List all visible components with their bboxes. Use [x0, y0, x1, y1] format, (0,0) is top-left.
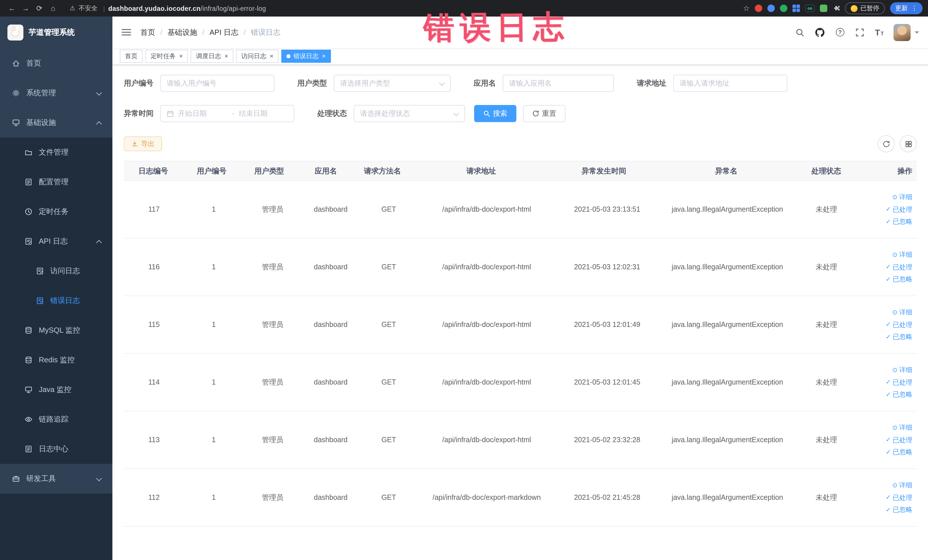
- forward-icon[interactable]: →: [20, 2, 32, 15]
- bookmark-star-icon[interactable]: ☆: [743, 4, 750, 12]
- sidebar-item-infrastructure[interactable]: 基础设施: [0, 108, 112, 137]
- warning-icon: ⚠: [70, 5, 75, 12]
- extension-icon-red[interactable]: [755, 5, 762, 12]
- sidebar-menu: 首页 系统管理 基础设施 文件管理: [0, 49, 112, 493]
- close-icon[interactable]: ×: [270, 53, 273, 60]
- calendar-icon: [166, 110, 174, 117]
- mark-ignored-link[interactable]: ✓已忽略: [886, 274, 912, 284]
- mark-ignored-link[interactable]: ✓已忽略: [886, 331, 912, 342]
- mark-processed-link[interactable]: ✓已处理: [886, 204, 912, 215]
- help-icon[interactable]: ?: [835, 27, 845, 37]
- detail-link[interactable]: ⊙详细: [892, 192, 912, 203]
- sidebar-item-access-log[interactable]: 访问日志: [0, 256, 112, 286]
- sidebar-item-api-logs[interactable]: API 日志: [0, 226, 112, 256]
- back-icon[interactable]: ←: [6, 2, 18, 15]
- url-bar[interactable]: dashboard.yudao.iocoder.cn/infra/log/api…: [108, 5, 266, 12]
- cell-log-id: 116: [124, 263, 184, 271]
- breadcrumb-infrastructure[interactable]: 基础设施: [168, 27, 197, 37]
- on-badge-label: on: [807, 6, 812, 10]
- sidebar-item-log-center[interactable]: 日志中心: [0, 434, 112, 464]
- mark-processed-link[interactable]: ✓已处理: [886, 492, 912, 503]
- user-type-select[interactable]: 请选择用户类型: [334, 75, 451, 92]
- sidebar-item-mysql-monitor[interactable]: MySQL 监控: [0, 316, 112, 345]
- breadcrumb-home[interactable]: 首页: [140, 27, 155, 37]
- sidebar-toggle-icon[interactable]: [112, 28, 140, 37]
- table-toolbar: 导出: [124, 135, 917, 153]
- extension-icon-green[interactable]: [780, 5, 788, 12]
- search-button[interactable]: 搜索: [474, 105, 516, 122]
- reload-icon[interactable]: ⟳: [33, 2, 46, 15]
- home-icon: [12, 60, 20, 67]
- mark-ignored-link[interactable]: ✓已忽略: [886, 216, 912, 227]
- tab-home[interactable]: 首页: [120, 50, 143, 63]
- request-url-input[interactable]: [679, 79, 781, 87]
- col-header-request-url: 请求地址: [411, 166, 551, 176]
- tab-scheduled-tasks[interactable]: 定时任务 ×: [145, 50, 188, 63]
- sidebar-item-java-monitor[interactable]: Java 监控: [0, 375, 112, 404]
- search-icon[interactable]: [795, 27, 805, 37]
- mark-ignored-link[interactable]: ✓已忽略: [886, 389, 912, 400]
- user-menu[interactable]: [893, 24, 919, 41]
- extension-icon-grid[interactable]: [792, 5, 800, 12]
- breadcrumb-current: 错误日志: [251, 27, 281, 37]
- detail-link[interactable]: ⊙详细: [892, 250, 912, 260]
- sidebar-item-scheduled-tasks[interactable]: 定时任务: [0, 197, 112, 226]
- detail-link[interactable]: ⊙详细: [892, 365, 912, 375]
- user-id-input[interactable]: [166, 79, 268, 87]
- divider: |: [103, 5, 105, 12]
- export-button[interactable]: 导出: [124, 136, 162, 151]
- extension-icon-leaf[interactable]: [820, 5, 827, 12]
- process-status-select[interactable]: 请选择处理状态: [354, 105, 465, 122]
- github-icon[interactable]: [815, 27, 825, 37]
- mark-processed-link[interactable]: ✓已处理: [886, 377, 912, 388]
- sidebar-item-label: 系统管理: [26, 88, 56, 98]
- sidebar-item-file-management[interactable]: 文件管理: [0, 137, 112, 167]
- cell-app-name: dashboard: [302, 436, 359, 444]
- tab-error-log[interactable]: 错误日志 ×: [282, 50, 331, 63]
- ignored-link-label: 已忽略: [893, 216, 912, 227]
- app-logo[interactable]: 芋道管理系统: [0, 17, 112, 49]
- paused-button[interactable]: 已暂停: [845, 2, 885, 14]
- app-name-input[interactable]: [509, 79, 607, 87]
- sidebar-item-dev-tools[interactable]: 研发工具: [0, 464, 112, 493]
- date-range-picker[interactable]: 开始日期 - 结束日期: [160, 105, 295, 122]
- close-icon[interactable]: ×: [179, 53, 183, 60]
- reset-button[interactable]: 重置: [523, 105, 565, 122]
- mark-ignored-link[interactable]: ✓已忽略: [886, 504, 912, 515]
- chevron-down-icon: [97, 479, 101, 483]
- extension-icon-blue[interactable]: [768, 5, 775, 12]
- extensions-puzzle-icon[interactable]: [832, 5, 840, 12]
- browser-menu-icon[interactable]: ⋮: [911, 5, 917, 12]
- mark-processed-link[interactable]: ✓已处理: [886, 319, 912, 330]
- sidebar-item-trace[interactable]: 链路追踪: [0, 404, 112, 434]
- detail-link[interactable]: ⊙详细: [892, 307, 912, 318]
- home-icon[interactable]: ⌂: [47, 2, 60, 15]
- process-status-label: 处理状态: [317, 108, 347, 119]
- site-security[interactable]: ⚠ 不安全 |: [70, 4, 107, 12]
- close-icon[interactable]: ×: [322, 53, 326, 60]
- detail-link[interactable]: ⊙详细: [892, 423, 912, 433]
- fullscreen-icon[interactable]: [855, 27, 865, 37]
- detail-link[interactable]: ⊙详细: [892, 480, 912, 491]
- mark-ignored-link[interactable]: ✓已忽略: [886, 447, 912, 457]
- extension-icon-on-badge[interactable]: on: [805, 5, 815, 12]
- close-icon[interactable]: ×: [224, 53, 228, 60]
- sidebar-item-config-management[interactable]: 配置管理: [0, 167, 112, 197]
- cell-exception-name: java.lang.IllegalArgumentException: [659, 263, 796, 271]
- sidebar-item-redis-monitor[interactable]: Redis 监控: [0, 345, 112, 375]
- sidebar-item-system[interactable]: 系统管理: [0, 78, 112, 108]
- breadcrumb-api-logs[interactable]: API 日志: [210, 27, 238, 37]
- avatar[interactable]: [893, 24, 911, 41]
- log-edit-icon: [36, 297, 44, 305]
- column-settings-button[interactable]: [900, 135, 917, 153]
- tab-schedule-log[interactable]: 调度日志 ×: [191, 50, 234, 63]
- tab-access-log[interactable]: 访问日志 ×: [236, 50, 279, 63]
- refresh-table-button[interactable]: [878, 135, 894, 153]
- sidebar-item-home[interactable]: 首页: [0, 49, 112, 78]
- sidebar-item-error-log[interactable]: 错误日志: [0, 286, 112, 316]
- font-size-icon[interactable]: TT: [875, 28, 884, 37]
- update-button[interactable]: 更新 ⋮: [890, 2, 923, 14]
- mark-processed-link[interactable]: ✓已处理: [886, 435, 912, 445]
- chevron-down-icon: [440, 81, 444, 85]
- mark-processed-link[interactable]: ✓已处理: [886, 262, 912, 272]
